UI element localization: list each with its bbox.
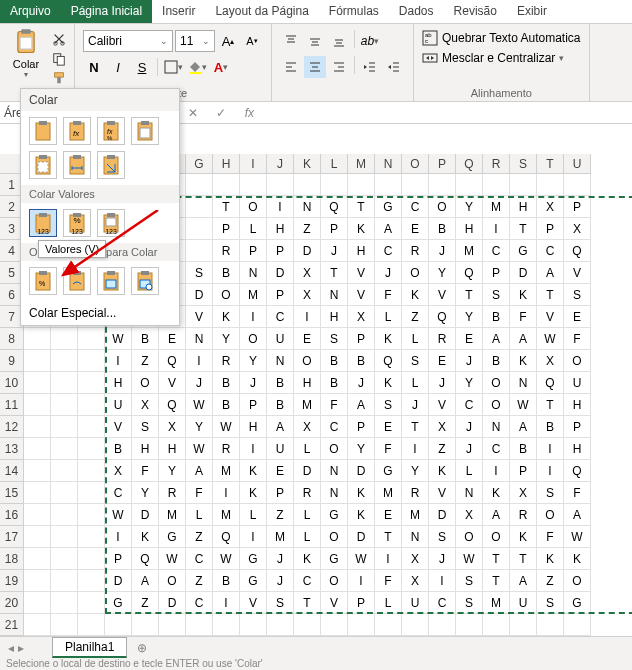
- cell[interactable]: V: [348, 284, 375, 306]
- font-size-select[interactable]: 11⌄: [175, 30, 215, 52]
- cell[interactable]: [51, 350, 78, 372]
- cell[interactable]: R: [510, 504, 537, 526]
- cell[interactable]: A: [510, 416, 537, 438]
- cell[interactable]: T: [321, 262, 348, 284]
- column-header[interactable]: H: [213, 154, 240, 174]
- cell[interactable]: I: [267, 196, 294, 218]
- cell[interactable]: M: [213, 460, 240, 482]
- cell[interactable]: V: [537, 306, 564, 328]
- cell[interactable]: Q: [537, 372, 564, 394]
- cell[interactable]: W: [105, 328, 132, 350]
- cell[interactable]: Y: [240, 350, 267, 372]
- cell[interactable]: [78, 350, 105, 372]
- column-header[interactable]: Q: [456, 154, 483, 174]
- cell[interactable]: [429, 614, 456, 636]
- cell[interactable]: [78, 614, 105, 636]
- cell[interactable]: B: [510, 438, 537, 460]
- copy-button[interactable]: [50, 50, 68, 68]
- cell[interactable]: [78, 526, 105, 548]
- underline-button[interactable]: S: [131, 56, 153, 78]
- cell[interactable]: J: [240, 372, 267, 394]
- cell[interactable]: [78, 570, 105, 592]
- cell[interactable]: D: [348, 526, 375, 548]
- cell[interactable]: V: [159, 372, 186, 394]
- cell[interactable]: F: [537, 526, 564, 548]
- cell[interactable]: K: [348, 218, 375, 240]
- cell[interactable]: M: [402, 504, 429, 526]
- cell[interactable]: O: [240, 328, 267, 350]
- cell[interactable]: [402, 174, 429, 196]
- cell[interactable]: S: [132, 416, 159, 438]
- cell[interactable]: G: [321, 548, 348, 570]
- cell[interactable]: [78, 482, 105, 504]
- cell[interactable]: S: [483, 284, 510, 306]
- cut-button[interactable]: [50, 30, 68, 48]
- cell[interactable]: P: [348, 592, 375, 614]
- cell[interactable]: S: [456, 570, 483, 592]
- wrap-text-button[interactable]: abc Quebrar Texto Automatica: [422, 30, 581, 46]
- cell[interactable]: F: [375, 438, 402, 460]
- cell[interactable]: S: [321, 328, 348, 350]
- cell[interactable]: N: [483, 416, 510, 438]
- row-header[interactable]: 17: [0, 526, 24, 548]
- cell[interactable]: N: [402, 526, 429, 548]
- cell[interactable]: I: [429, 570, 456, 592]
- cell[interactable]: [51, 438, 78, 460]
- cell[interactable]: K: [510, 284, 537, 306]
- cell[interactable]: E: [267, 460, 294, 482]
- cell[interactable]: M: [294, 394, 321, 416]
- cell[interactable]: J: [267, 570, 294, 592]
- cell[interactable]: N: [321, 482, 348, 504]
- cell[interactable]: M: [483, 196, 510, 218]
- cell[interactable]: D: [267, 262, 294, 284]
- cell[interactable]: I: [483, 218, 510, 240]
- cell[interactable]: V: [240, 592, 267, 614]
- column-header[interactable]: R: [483, 154, 510, 174]
- cell[interactable]: V: [429, 284, 456, 306]
- cell[interactable]: P: [564, 196, 591, 218]
- row-header[interactable]: 12: [0, 416, 24, 438]
- cell[interactable]: R: [402, 240, 429, 262]
- cell[interactable]: T: [510, 218, 537, 240]
- paste-link-button[interactable]: [63, 267, 91, 295]
- cell[interactable]: [24, 350, 51, 372]
- cell[interactable]: B: [213, 394, 240, 416]
- cell[interactable]: S: [429, 526, 456, 548]
- cell[interactable]: W: [213, 548, 240, 570]
- cell[interactable]: W: [186, 438, 213, 460]
- cell[interactable]: B: [348, 350, 375, 372]
- cell[interactable]: R: [213, 350, 240, 372]
- tab-formulas[interactable]: Fórmulas: [319, 0, 389, 23]
- cell[interactable]: Z: [537, 570, 564, 592]
- cell[interactable]: D: [132, 504, 159, 526]
- cell[interactable]: A: [564, 504, 591, 526]
- cell[interactable]: P: [321, 218, 348, 240]
- cell[interactable]: P: [240, 240, 267, 262]
- cell[interactable]: O: [483, 394, 510, 416]
- cell[interactable]: D: [186, 284, 213, 306]
- increase-indent-button[interactable]: [383, 56, 405, 78]
- row-header[interactable]: 14: [0, 460, 24, 482]
- tab-home[interactable]: Página Inicial: [61, 0, 152, 23]
- cell[interactable]: A: [348, 394, 375, 416]
- cell[interactable]: L: [240, 504, 267, 526]
- cancel-formula-button[interactable]: ✕: [183, 106, 203, 120]
- cell[interactable]: M: [456, 240, 483, 262]
- align-middle-button[interactable]: [304, 30, 326, 52]
- cell[interactable]: H: [105, 372, 132, 394]
- cell[interactable]: H: [456, 218, 483, 240]
- cell[interactable]: E: [375, 504, 402, 526]
- cell[interactable]: B: [483, 350, 510, 372]
- cell[interactable]: G: [510, 240, 537, 262]
- cell[interactable]: B: [321, 350, 348, 372]
- cell[interactable]: C: [537, 240, 564, 262]
- cell[interactable]: X: [537, 350, 564, 372]
- cell[interactable]: B: [213, 262, 240, 284]
- cell[interactable]: K: [240, 482, 267, 504]
- cell[interactable]: I: [213, 592, 240, 614]
- row-header[interactable]: 21: [0, 614, 24, 636]
- cell[interactable]: W: [213, 416, 240, 438]
- cell[interactable]: B: [267, 372, 294, 394]
- paste-option-formulas-fmt[interactable]: fx%: [97, 117, 125, 145]
- cell[interactable]: O: [213, 284, 240, 306]
